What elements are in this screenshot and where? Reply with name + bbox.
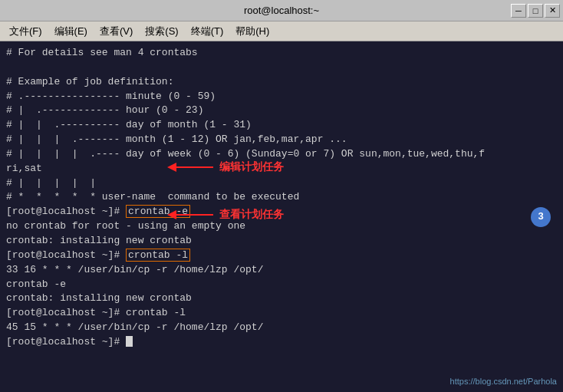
menu-file[interactable]: 文件(F) [5,23,47,40]
cursor [126,336,133,347]
menu-terminal[interactable]: 终端(T) [186,23,229,40]
annotation-edit-task: 编辑计划任务 [169,159,284,176]
annotation-view-label: 查看计划任务 [219,207,284,222]
window-title: root@localhost:~ [244,5,319,16]
annotation-edit-label: 编辑计划任务 [219,160,284,175]
maximize-button[interactable]: □ [528,4,543,18]
arrow-edit-icon [169,159,215,176]
cmd-crontab-l-highlight: crontab -l [126,249,190,262]
close-button[interactable]: ✕ [545,4,560,18]
watermark: https://blog.csdn.net/Parhola [450,376,557,387]
menu-view[interactable]: 查看(V) [95,23,137,40]
annotation-view-task: 查看计划任务 [169,206,284,223]
terminal-content: # For details see man 4 crontabs # Examp… [6,46,557,350]
menu-edit[interactable]: 编辑(E) [50,23,92,40]
terminal-window: root@localhost:~ ─ □ ✕ 文件(F) 编辑(E) 查看(V)… [0,0,563,392]
badge-number[interactable]: 3 [531,207,551,227]
menu-bar: 文件(F) 编辑(E) 查看(V) 搜索(S) 终端(T) 帮助(H) [0,21,563,41]
menu-help[interactable]: 帮助(H) [231,23,274,40]
title-bar: root@localhost:~ ─ □ ✕ [0,0,563,21]
menu-search[interactable]: 搜索(S) [140,23,183,40]
minimize-button[interactable]: ─ [511,4,526,18]
window-controls: ─ □ ✕ [511,4,560,18]
terminal-body[interactable]: # For details see man 4 crontabs # Examp… [0,41,563,392]
arrow-view-icon [169,206,215,223]
